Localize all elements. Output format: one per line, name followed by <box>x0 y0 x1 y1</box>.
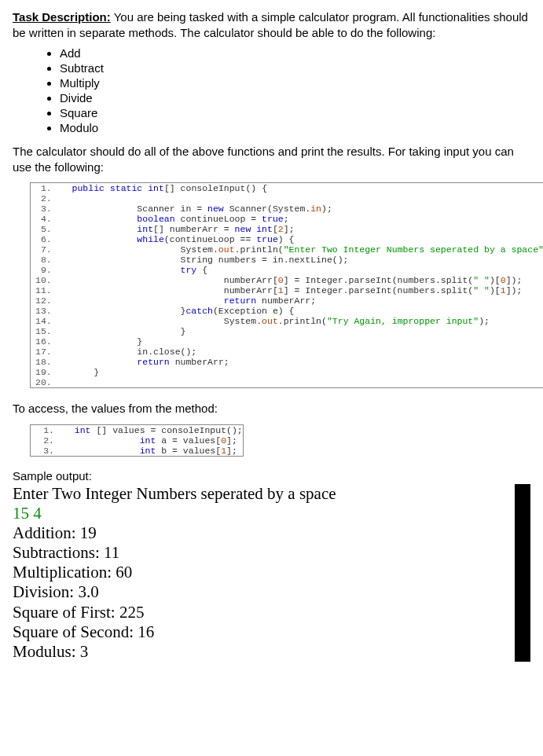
line-number: 15. <box>31 326 57 336</box>
function-item: Multiply <box>60 76 530 90</box>
code-line: }catch(Exception e) { <box>57 306 543 316</box>
code-line: } <box>57 367 543 377</box>
code-line: int a = values[0]; <box>59 435 243 446</box>
line-number: 14. <box>31 316 57 326</box>
line-number: 4. <box>31 214 57 224</box>
console-output: Enter Two Integer Numbers seperated by a… <box>13 484 530 662</box>
code-line: int[] numberArr = new int[2]; <box>57 224 543 234</box>
function-list: AddSubtractMultiplyDivideSquareModulo <box>60 46 530 134</box>
code-line: public static int[] consoleInput() { <box>57 183 543 193</box>
line-number: 1. <box>31 183 57 193</box>
line-number: 2. <box>31 435 59 446</box>
code-box-1: 1. public static int[] consoleInput() {2… <box>30 182 543 388</box>
function-item: Square <box>60 106 530 119</box>
console-line: Multiplication: 60 <box>13 563 499 582</box>
code-line: return numberArr; <box>57 295 543 306</box>
console-line: Division: 3.0 <box>13 582 499 602</box>
line-number: 17. <box>31 347 57 357</box>
console-results: Addition: 19Subtractions: 11Multiplicati… <box>13 523 499 662</box>
task-label: Task Description: <box>13 10 111 24</box>
code-line: numberArr[1] = Integer.parseInt(numbers.… <box>57 285 543 295</box>
task-intro: Task Description: You are being tasked w… <box>13 9 530 40</box>
code-line: try { <box>57 265 543 275</box>
code-line: numberArr[0] = Integer.parseInt(numbers.… <box>57 275 543 285</box>
line-number: 7. <box>31 244 57 255</box>
line-number: 19. <box>31 367 57 377</box>
line-number: 6. <box>31 234 57 244</box>
line-number: 16. <box>31 336 57 347</box>
console-line: Square of Second: 16 <box>13 622 499 642</box>
code-line: System.out.println("Enter Two Integer Nu… <box>57 244 543 255</box>
code-line <box>57 193 543 204</box>
sample-output-label: Sample output: <box>13 469 530 483</box>
line-number: 11. <box>31 285 57 295</box>
console-line: Enter Two Integer Numbers seperated by a… <box>13 484 499 504</box>
code-box-2: 1. int [] values = consoleInput();2. int… <box>30 424 244 457</box>
line-number: 18. <box>31 357 57 367</box>
function-item: Subtract <box>60 61 530 75</box>
function-item: Add <box>60 46 530 60</box>
after-list-text: The calculator should do all of the abov… <box>13 144 530 174</box>
line-number: 12. <box>31 295 57 306</box>
console-line: Modulus: 3 <box>13 642 499 662</box>
code-line: } <box>57 326 543 336</box>
code-line: return numberArr; <box>57 357 543 367</box>
code-line: while(continueLoop == true) { <box>57 234 543 244</box>
line-number: 2. <box>31 193 57 204</box>
line-number: 13. <box>31 306 57 316</box>
code-line: String numbers = in.nextLine(); <box>57 255 543 265</box>
console-line: Subtractions: 11 <box>13 543 499 563</box>
console-line: Square of First: 225 <box>13 603 499 622</box>
code-line: int [] values = consoleInput(); <box>59 425 243 435</box>
code-line: } <box>57 336 543 347</box>
line-number: 20. <box>31 377 57 387</box>
line-number: 3. <box>31 446 59 456</box>
line-number: 10. <box>31 275 57 285</box>
line-number: 1. <box>31 425 59 435</box>
line-number: 8. <box>31 255 57 265</box>
line-number: 9. <box>31 265 57 275</box>
code-line: Scanner in = new Scanner(System.in); <box>57 204 543 214</box>
code-line: System.out.println("Try Again, impropper… <box>57 316 543 326</box>
line-number: 3. <box>31 204 57 214</box>
line-number: 5. <box>31 224 57 234</box>
console-input-line: 15 4 <box>13 504 499 523</box>
code-line: in.close(); <box>57 347 543 357</box>
code-line: int b = values[1]; <box>59 446 243 456</box>
code-line <box>57 377 543 387</box>
function-item: Divide <box>60 91 530 105</box>
console-line: Addition: 19 <box>13 523 499 543</box>
function-item: Modulo <box>60 121 530 134</box>
between-code-text: To access, the values from the method: <box>13 401 530 417</box>
code-line: boolean continueLoop = true; <box>57 214 543 224</box>
